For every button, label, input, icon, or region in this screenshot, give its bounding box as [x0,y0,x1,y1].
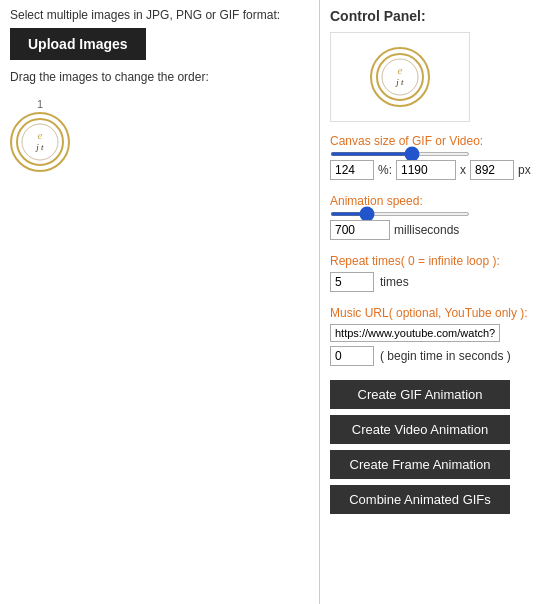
repeat-value-input[interactable] [330,272,374,292]
music-url-input[interactable] [330,324,500,342]
list-item: 1 e j t [10,98,70,172]
percent-sym: %: [378,163,392,177]
thumbnail-image: e j t [10,112,70,172]
ms-unit: milliseconds [394,223,459,237]
select-text: Select multiple images in JPG, PNG or GI… [10,8,309,22]
canvas-size-slider[interactable] [330,152,470,156]
svg-text:j t: j t [395,77,404,87]
preview-logo: e j t [370,47,430,107]
animation-speed-section: Animation speed: milliseconds [330,194,542,240]
canvas-height-input[interactable] [470,160,514,180]
left-panel: Select multiple images in JPG, PNG or GI… [0,0,320,604]
canvas-px-unit: px [518,163,531,177]
music-url-section: Music URL( optional, YouTube only ): ( b… [330,306,542,366]
music-url-label: Music URL( optional, YouTube only ): [330,306,542,320]
begin-time-input[interactable] [330,346,374,366]
x-separator: x [460,163,466,177]
create-frame-button[interactable]: Create Frame Animation [330,450,510,479]
begin-time-unit: ( begin time in seconds ) [380,349,511,363]
animation-speed-slider[interactable] [330,212,470,216]
canvas-size-section: Canvas size of GIF or Video: %: x px [330,134,542,180]
svg-text:j t: j t [35,142,44,152]
right-panel: Control Panel: e j t Canvas size of GIF … [320,0,552,604]
image-grid: 1 e j t [10,94,309,176]
upload-images-button[interactable]: Upload Images [10,28,146,60]
drag-text: Drag the images to change the order: [10,70,309,84]
create-gif-button[interactable]: Create GIF Animation [330,380,510,409]
times-unit: times [380,275,409,289]
repeat-times-section: Repeat times( 0 = infinite loop ): times [330,254,542,292]
image-number: 1 [37,98,43,110]
create-video-button[interactable]: Create Video Animation [330,415,510,444]
combine-gifs-button[interactable]: Combine Animated GIFs [330,485,510,514]
animation-ms-input[interactable] [330,220,390,240]
repeat-times-label: Repeat times( 0 = infinite loop ): [330,254,542,268]
canvas-width-input[interactable] [396,160,456,180]
svg-text:e: e [398,64,403,76]
preview-box: e j t [330,32,470,122]
control-panel-title: Control Panel: [330,8,542,24]
canvas-percent-input[interactable] [330,160,374,180]
svg-text:e: e [38,129,43,141]
